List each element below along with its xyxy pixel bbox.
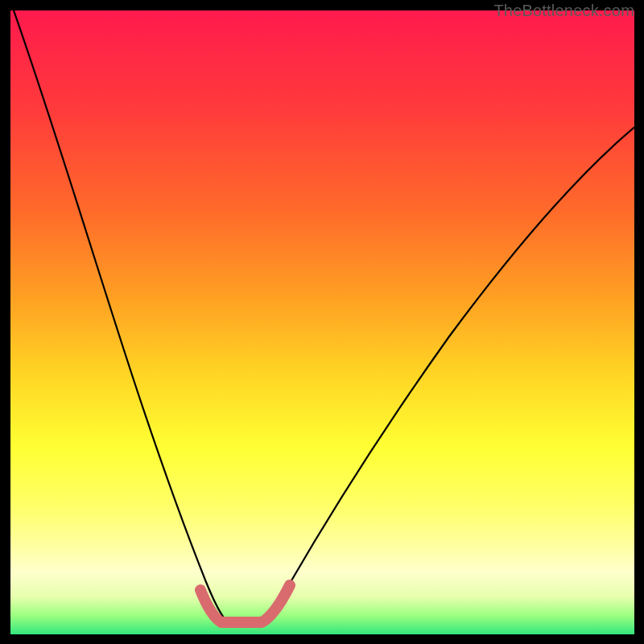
curve-layer <box>10 10 634 634</box>
bottleneck-curve <box>14 10 634 622</box>
optimal-marker <box>200 585 290 622</box>
plot-area <box>10 10 634 634</box>
chart-stage: TheBottleneck.com <box>0 0 644 644</box>
watermark-text: TheBottleneck.com <box>493 2 634 20</box>
